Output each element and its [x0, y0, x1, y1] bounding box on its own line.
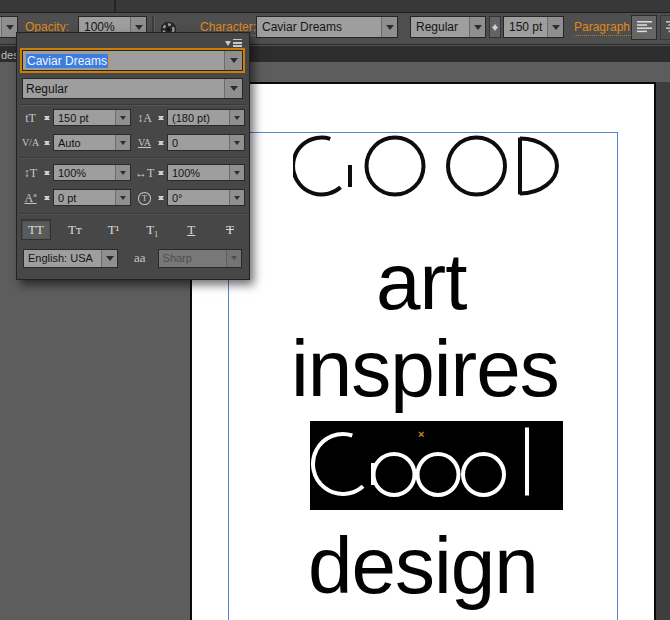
chevron-down-icon: [226, 250, 241, 267]
kerning-value[interactable]: Auto: [54, 135, 115, 150]
kerning-dropdown[interactable]: Auto: [53, 134, 131, 151]
rotation-stepper[interactable]: [156, 193, 165, 203]
leading-value[interactable]: (180 pt): [168, 110, 229, 125]
chevron-down-icon[interactable]: [229, 135, 244, 150]
leading-dropdown[interactable]: (180 pt): [167, 109, 245, 126]
kerning-stepper[interactable]: [42, 138, 51, 148]
canvas-word-good-selected: [310, 421, 563, 510]
language-dropdown[interactable]: English: USA: [23, 249, 118, 268]
horizontal-scale-value[interactable]: 100%: [168, 165, 229, 180]
stepper-down-icon[interactable]: [492, 27, 498, 34]
font-size-stepper[interactable]: [489, 16, 501, 38]
tracking-dropdown[interactable]: 0: [167, 134, 245, 151]
rotation-icon: T: [135, 191, 154, 205]
subscript-button[interactable]: T₁: [137, 219, 167, 240]
chevron-down-icon[interactable]: [229, 110, 244, 125]
chevron-down-icon[interactable]: [224, 51, 242, 70]
align-center-icon: [666, 21, 670, 34]
canvas-word-design: design: [308, 526, 538, 606]
font-size-icon: tT: [21, 112, 40, 124]
small-caps-button[interactable]: Tᴛ: [60, 219, 90, 240]
vertical-scale-stepper[interactable]: [42, 168, 51, 178]
anti-alias-dropdown[interactable]: Sharp: [158, 249, 242, 268]
chevron-down-icon[interactable]: [547, 17, 563, 37]
panel-font-style-value[interactable]: Regular: [23, 79, 224, 98]
all-caps-button[interactable]: TT: [21, 219, 51, 240]
type-style-buttons: TT Tᴛ T¹ T₁ T T: [21, 219, 245, 240]
document-canvas[interactable]: art inspires × design: [190, 82, 656, 620]
panel-divider: [20, 157, 246, 159]
chevron-down-icon[interactable]: [115, 135, 130, 150]
chevron-down-icon[interactable]: [224, 79, 242, 98]
leading-control: ↕A (180 pt): [135, 109, 245, 126]
font-style-value[interactable]: Regular: [411, 17, 469, 37]
baseline-shift-value[interactable]: 0 pt: [54, 190, 115, 205]
text-selection-highlight[interactable]: ×: [310, 421, 563, 510]
horizontal-scale-icon: ↔T: [135, 167, 154, 179]
rotation-control: T 0°: [135, 189, 245, 206]
panel-font-family-dropdown[interactable]: Caviar Dreams: [22, 50, 243, 71]
paragraph-panel-toggle-label[interactable]: Paragraph:: [574, 21, 633, 36]
font-family-value[interactable]: Caviar Dreams: [257, 17, 381, 37]
panel-divider: [20, 104, 246, 106]
toolbar-top-strip: [0, 0, 670, 13]
language-row: English: USA aa Sharp: [23, 248, 245, 268]
chevron-down-icon[interactable]: [1, 17, 17, 37]
vertical-scale-control: ↕T 100%: [21, 164, 131, 181]
vertical-scale-value[interactable]: 100%: [54, 165, 115, 180]
rotation-dropdown[interactable]: 0°: [167, 189, 245, 206]
canvas-word-good-caps: [293, 135, 563, 197]
chevron-down-icon[interactable]: [115, 165, 130, 180]
toolbar-separator: [114, 0, 116, 12]
tracking-value[interactable]: 0: [168, 135, 229, 150]
horizontal-scale-dropdown[interactable]: 100%: [167, 164, 245, 181]
baseline-shift-dropdown[interactable]: 0 pt: [53, 189, 131, 206]
chevron-down-icon[interactable]: [469, 17, 485, 37]
align-center-button[interactable]: [660, 15, 670, 40]
reference-point-marker: ×: [418, 429, 424, 440]
superscript-button[interactable]: T¹: [99, 219, 129, 240]
chevron-down-icon[interactable]: [115, 190, 130, 205]
font-family-dropdown[interactable]: Caviar Dreams: [256, 16, 398, 38]
panel-divider: [20, 213, 246, 215]
canvas-right-shadow: [656, 82, 670, 620]
leading-stepper[interactable]: [156, 113, 165, 123]
baseline-shift-icon: Aª: [21, 192, 40, 204]
tracking-stepper[interactable]: [156, 138, 165, 148]
character-panel: Caviar Dreams Regular tT 150 pt ↕A: [16, 32, 250, 280]
chevron-down-icon[interactable]: [381, 17, 397, 37]
font-size-stepper[interactable]: [42, 113, 51, 123]
font-style-dropdown[interactable]: Regular: [410, 16, 486, 38]
kerning-control: V/A Auto: [21, 134, 131, 151]
strikethrough-button[interactable]: T: [215, 219, 245, 240]
panel-font-style-dropdown[interactable]: Regular: [22, 78, 243, 99]
font-size-value[interactable]: 150 pt: [54, 110, 115, 125]
chevron-down-icon[interactable]: [229, 190, 244, 205]
language-value[interactable]: English: USA: [24, 250, 101, 267]
font-size-dropdown[interactable]: 150 pt: [503, 16, 564, 38]
panel-menu-icon[interactable]: [225, 38, 242, 47]
canvas-word-inspires: inspires: [291, 329, 559, 409]
horizontal-scale-control: ↔T 100%: [135, 164, 245, 181]
chevron-down-icon[interactable]: [101, 250, 117, 267]
font-size-value[interactable]: 150 pt: [504, 17, 547, 37]
vertical-scale-icon: ↕T: [21, 167, 40, 179]
anti-alias-value[interactable]: Sharp: [159, 250, 226, 267]
leading-icon: ↕A: [135, 112, 154, 124]
panel-font-family-value[interactable]: Caviar Dreams: [26, 54, 109, 68]
align-left-icon: [637, 21, 652, 34]
chevron-down-icon[interactable]: [229, 165, 244, 180]
photoshop-workspace: Opacity: 100% Character: Caviar Dreams R…: [0, 0, 670, 620]
font-size-dropdown[interactable]: 150 pt: [53, 109, 131, 126]
font-size-control: tT 150 pt: [21, 109, 131, 126]
tracking-icon: VA: [135, 138, 154, 148]
rotation-value[interactable]: 0°: [168, 190, 229, 205]
underline-button[interactable]: T: [176, 219, 206, 240]
chevron-down-icon[interactable]: [115, 110, 130, 125]
tracking-control: VA 0: [135, 134, 245, 151]
baseline-shift-stepper[interactable]: [42, 193, 51, 203]
align-left-button[interactable]: [631, 15, 657, 40]
anti-alias-icon: aa: [134, 250, 146, 266]
horizontal-scale-stepper[interactable]: [156, 168, 165, 178]
vertical-scale-dropdown[interactable]: 100%: [53, 164, 131, 181]
